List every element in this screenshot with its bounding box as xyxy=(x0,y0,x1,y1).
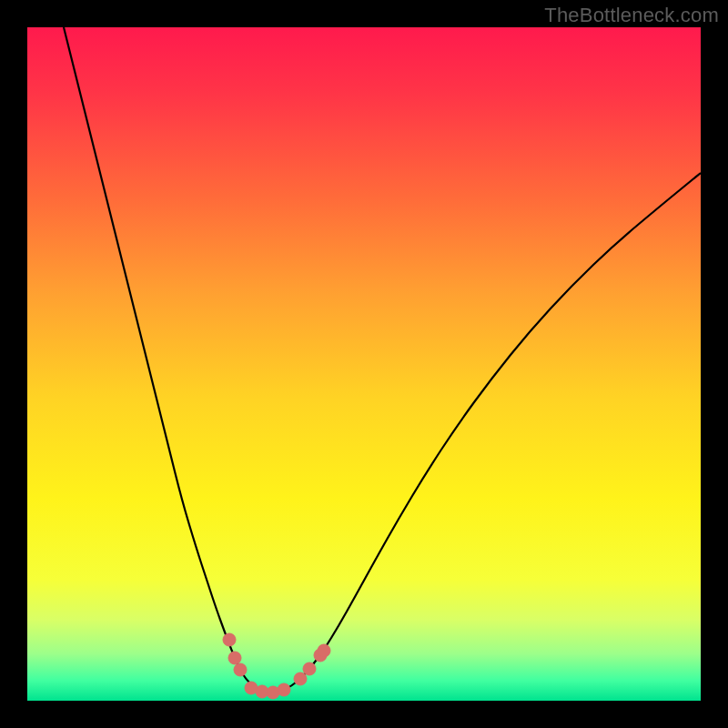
curve-marker xyxy=(223,633,236,646)
watermark-text: TheBottleneck.com xyxy=(544,4,719,27)
curve-marker xyxy=(303,662,316,675)
curve-marker xyxy=(228,652,241,664)
curve-marker xyxy=(318,644,330,657)
curve-marker xyxy=(234,663,247,676)
gradient-background xyxy=(27,27,701,701)
bottleneck-chart xyxy=(27,27,701,701)
chart-frame: TheBottleneck.com xyxy=(0,0,728,728)
curve-marker xyxy=(278,683,290,696)
plot-area xyxy=(27,27,701,701)
curve-marker xyxy=(294,672,307,685)
